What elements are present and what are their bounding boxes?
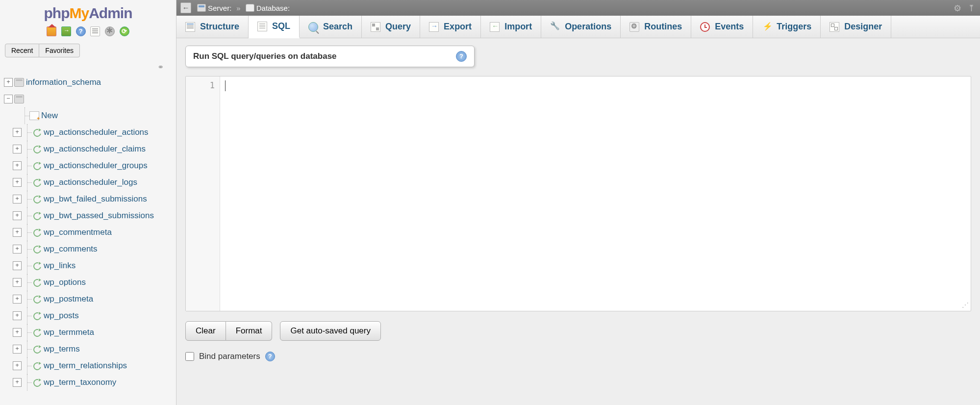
collapse-top-icon[interactable]: ⤒ bbox=[966, 3, 976, 13]
tab-designer[interactable]: Designer bbox=[821, 16, 891, 38]
expand-icon[interactable]: + bbox=[13, 161, 22, 170]
tree-table-wp-bwt-passed-submissions[interactable]: +wp_bwt_passed_submissions bbox=[4, 207, 172, 224]
bind-parameters-checkbox[interactable] bbox=[185, 352, 194, 361]
table-icon bbox=[32, 311, 42, 320]
tree-table-wp-term-taxonomy[interactable]: +wp_term_taxonomy bbox=[4, 374, 172, 391]
tree-db-current[interactable]: − bbox=[4, 91, 172, 107]
tab-sql[interactable]: SQL bbox=[249, 16, 300, 38]
operations-icon bbox=[550, 22, 560, 32]
recent-tab[interactable]: Recent bbox=[5, 44, 39, 57]
tree-table-wp-terms[interactable]: +wp_terms bbox=[4, 341, 172, 357]
help-icon[interactable]: ? bbox=[76, 26, 86, 36]
tree-table-wp-actionscheduler-claims[interactable]: +wp_actionscheduler_claims bbox=[4, 141, 172, 157]
format-button[interactable]: Format bbox=[226, 321, 273, 341]
tab-structure[interactable]: Structure bbox=[176, 16, 249, 38]
expand-icon[interactable]: + bbox=[13, 128, 22, 137]
back-button[interactable]: ← bbox=[180, 2, 191, 13]
triggers-icon bbox=[762, 22, 772, 32]
tree-line bbox=[23, 124, 32, 141]
tree-table-wp-commentmeta[interactable]: +wp_commentmeta bbox=[4, 224, 172, 241]
settings-icon[interactable] bbox=[105, 26, 115, 36]
table-icon bbox=[32, 361, 42, 370]
expand-icon[interactable]: + bbox=[13, 345, 22, 354]
tree-table-wp-comments[interactable]: +wp_comments bbox=[4, 241, 172, 257]
expand-icon[interactable]: + bbox=[13, 195, 22, 203]
home-icon[interactable] bbox=[47, 26, 56, 36]
get-autosaved-button[interactable]: Get auto-saved query bbox=[280, 321, 380, 341]
tree-line bbox=[23, 291, 32, 307]
tree-label: wp_postmeta bbox=[44, 294, 93, 304]
tree-table-wp-term-relationships[interactable]: +wp_term_relationships bbox=[4, 357, 172, 374]
tree-table-wp-links[interactable]: +wp_links bbox=[4, 257, 172, 274]
tree-line bbox=[23, 157, 32, 174]
tree-table-wp-postmeta[interactable]: +wp_postmeta bbox=[4, 291, 172, 307]
routines-icon bbox=[629, 22, 639, 32]
expand-icon[interactable]: + bbox=[13, 178, 22, 187]
clear-button[interactable]: Clear bbox=[185, 321, 226, 341]
tab-label: SQL bbox=[272, 21, 290, 31]
tree-table-wp-bwt-failed-submissions[interactable]: +wp_bwt_failed_submissions bbox=[4, 191, 172, 207]
collapse-icon[interactable]: − bbox=[4, 95, 13, 103]
tree-table-wp-actionscheduler-logs[interactable]: +wp_actionscheduler_logs bbox=[4, 174, 172, 191]
tree-new-table[interactable]: New bbox=[4, 107, 172, 124]
tree-line bbox=[23, 257, 32, 274]
docs-icon[interactable] bbox=[90, 26, 100, 36]
sql-editor[interactable]: 1 ⋰ bbox=[185, 76, 971, 311]
logout-icon[interactable] bbox=[61, 26, 71, 36]
tree-table-wp-posts[interactable]: +wp_posts bbox=[4, 307, 172, 324]
table-icon bbox=[32, 211, 42, 220]
tab-operations[interactable]: Operations bbox=[541, 16, 621, 38]
table-icon bbox=[32, 328, 42, 337]
favorites-tab[interactable]: Favorites bbox=[39, 44, 80, 57]
table-icon bbox=[32, 178, 42, 187]
tab-import[interactable]: Import bbox=[481, 16, 541, 38]
breadcrumb-separator: » bbox=[236, 4, 240, 12]
help-icon[interactable]: ? bbox=[265, 352, 275, 361]
expand-icon[interactable]: + bbox=[13, 145, 22, 153]
reload-icon[interactable] bbox=[120, 26, 129, 36]
tab-triggers[interactable]: Triggers bbox=[753, 16, 821, 38]
gear-icon[interactable]: ⚙ bbox=[953, 3, 962, 13]
table-icon bbox=[32, 261, 42, 270]
database-label: Database: bbox=[256, 4, 290, 12]
expand-icon[interactable]: + bbox=[13, 245, 22, 253]
resize-grip-icon[interactable]: ⋰ bbox=[962, 301, 969, 309]
tree-label: wp_bwt_failed_submissions bbox=[44, 194, 147, 204]
designer-icon bbox=[829, 22, 839, 32]
tree-db-information-schema[interactable]: + information_schema bbox=[4, 74, 172, 91]
tab-routines[interactable]: Routines bbox=[621, 16, 691, 38]
tab-export[interactable]: Export bbox=[420, 16, 481, 38]
expand-icon[interactable]: + bbox=[13, 211, 22, 220]
help-icon[interactable]: ? bbox=[456, 51, 467, 62]
tree-line bbox=[23, 224, 32, 241]
tree-label: information_schema bbox=[26, 77, 101, 87]
tree-table-wp-actionscheduler-groups[interactable]: +wp_actionscheduler_groups bbox=[4, 157, 172, 174]
expand-icon[interactable]: + bbox=[4, 78, 13, 87]
expand-icon[interactable]: + bbox=[13, 361, 22, 370]
link-icon[interactable]: ⚭ bbox=[0, 60, 176, 74]
tab-events[interactable]: Events bbox=[691, 16, 753, 38]
expand-icon[interactable]: + bbox=[13, 311, 22, 320]
tree-table-wp-actionscheduler-actions[interactable]: +wp_actionscheduler_actions bbox=[4, 124, 172, 141]
tree-label: wp_actionscheduler_groups bbox=[44, 161, 148, 171]
expand-icon[interactable]: + bbox=[13, 261, 22, 270]
tab-search[interactable]: Search bbox=[300, 16, 362, 38]
table-icon bbox=[32, 145, 42, 153]
phpmyadmin-logo: phpMyAdmin bbox=[0, 0, 176, 24]
expand-icon[interactable]: + bbox=[13, 378, 22, 387]
tree-table-wp-options[interactable]: +wp_options bbox=[4, 274, 172, 291]
expand-icon[interactable]: + bbox=[13, 228, 22, 237]
tab-query[interactable]: Query bbox=[362, 16, 420, 38]
expand-icon[interactable]: + bbox=[13, 328, 22, 337]
tab-label: Export bbox=[444, 22, 472, 32]
tree-label: wp_term_relationships bbox=[44, 361, 127, 371]
expand-icon[interactable]: + bbox=[13, 295, 22, 304]
expand-icon[interactable]: + bbox=[13, 278, 22, 287]
editor-gutter: 1 bbox=[186, 76, 220, 311]
tree-line bbox=[23, 374, 32, 391]
logo-part-my: My bbox=[69, 5, 89, 21]
editor-textarea[interactable] bbox=[220, 76, 971, 311]
tree-table-wp-termmeta[interactable]: +wp_termmeta bbox=[4, 324, 172, 341]
tree-label: wp_termmeta bbox=[44, 328, 94, 337]
bind-parameters-label: Bind parameters bbox=[199, 352, 260, 361]
